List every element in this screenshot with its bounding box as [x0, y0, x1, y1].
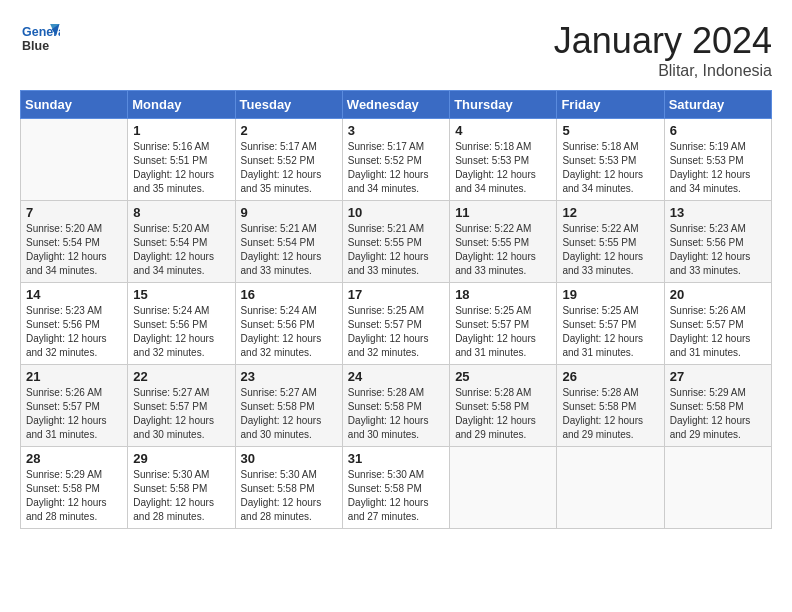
cell-info: Sunrise: 5:25 AM Sunset: 5:57 PM Dayligh…	[562, 304, 658, 360]
calendar-cell: 5Sunrise: 5:18 AM Sunset: 5:53 PM Daylig…	[557, 119, 664, 201]
cell-info: Sunrise: 5:20 AM Sunset: 5:54 PM Dayligh…	[26, 222, 122, 278]
day-number: 13	[670, 205, 766, 220]
calendar-cell: 28Sunrise: 5:29 AM Sunset: 5:58 PM Dayli…	[21, 447, 128, 529]
calendar-cell: 8Sunrise: 5:20 AM Sunset: 5:54 PM Daylig…	[128, 201, 235, 283]
day-number: 28	[26, 451, 122, 466]
cell-info: Sunrise: 5:27 AM Sunset: 5:57 PM Dayligh…	[133, 386, 229, 442]
calendar-cell: 25Sunrise: 5:28 AM Sunset: 5:58 PM Dayli…	[450, 365, 557, 447]
calendar-cell: 16Sunrise: 5:24 AM Sunset: 5:56 PM Dayli…	[235, 283, 342, 365]
cell-info: Sunrise: 5:21 AM Sunset: 5:55 PM Dayligh…	[348, 222, 444, 278]
cell-info: Sunrise: 5:23 AM Sunset: 5:56 PM Dayligh…	[26, 304, 122, 360]
cell-info: Sunrise: 5:17 AM Sunset: 5:52 PM Dayligh…	[348, 140, 444, 196]
cell-info: Sunrise: 5:30 AM Sunset: 5:58 PM Dayligh…	[133, 468, 229, 524]
day-number: 7	[26, 205, 122, 220]
logo: General Blue	[20, 20, 60, 55]
calendar-cell: 13Sunrise: 5:23 AM Sunset: 5:56 PM Dayli…	[664, 201, 771, 283]
cell-info: Sunrise: 5:19 AM Sunset: 5:53 PM Dayligh…	[670, 140, 766, 196]
cell-info: Sunrise: 5:28 AM Sunset: 5:58 PM Dayligh…	[455, 386, 551, 442]
cell-info: Sunrise: 5:29 AM Sunset: 5:58 PM Dayligh…	[670, 386, 766, 442]
day-number: 19	[562, 287, 658, 302]
calendar-cell: 17Sunrise: 5:25 AM Sunset: 5:57 PM Dayli…	[342, 283, 449, 365]
location: Blitar, Indonesia	[554, 62, 772, 80]
day-number: 3	[348, 123, 444, 138]
calendar-cell: 26Sunrise: 5:28 AM Sunset: 5:58 PM Dayli…	[557, 365, 664, 447]
day-number: 25	[455, 369, 551, 384]
cell-info: Sunrise: 5:16 AM Sunset: 5:51 PM Dayligh…	[133, 140, 229, 196]
day-number: 21	[26, 369, 122, 384]
month-title: January 2024	[554, 20, 772, 62]
calendar-cell: 3Sunrise: 5:17 AM Sunset: 5:52 PM Daylig…	[342, 119, 449, 201]
calendar-cell: 9Sunrise: 5:21 AM Sunset: 5:54 PM Daylig…	[235, 201, 342, 283]
day-number: 10	[348, 205, 444, 220]
day-number: 20	[670, 287, 766, 302]
day-number: 5	[562, 123, 658, 138]
calendar-cell: 31Sunrise: 5:30 AM Sunset: 5:58 PM Dayli…	[342, 447, 449, 529]
logo-icon: General Blue	[20, 20, 60, 55]
calendar-cell: 11Sunrise: 5:22 AM Sunset: 5:55 PM Dayli…	[450, 201, 557, 283]
page-header: General Blue January 2024 Blitar, Indone…	[20, 20, 772, 80]
calendar-cell	[664, 447, 771, 529]
calendar-cell: 19Sunrise: 5:25 AM Sunset: 5:57 PM Dayli…	[557, 283, 664, 365]
calendar-cell: 14Sunrise: 5:23 AM Sunset: 5:56 PM Dayli…	[21, 283, 128, 365]
day-number: 16	[241, 287, 337, 302]
cell-info: Sunrise: 5:21 AM Sunset: 5:54 PM Dayligh…	[241, 222, 337, 278]
day-number: 2	[241, 123, 337, 138]
cell-info: Sunrise: 5:20 AM Sunset: 5:54 PM Dayligh…	[133, 222, 229, 278]
calendar-cell: 30Sunrise: 5:30 AM Sunset: 5:58 PM Dayli…	[235, 447, 342, 529]
cell-info: Sunrise: 5:23 AM Sunset: 5:56 PM Dayligh…	[670, 222, 766, 278]
calendar-cell: 22Sunrise: 5:27 AM Sunset: 5:57 PM Dayli…	[128, 365, 235, 447]
calendar-cell	[21, 119, 128, 201]
calendar-cell: 27Sunrise: 5:29 AM Sunset: 5:58 PM Dayli…	[664, 365, 771, 447]
day-number: 14	[26, 287, 122, 302]
title-block: January 2024 Blitar, Indonesia	[554, 20, 772, 80]
cell-info: Sunrise: 5:26 AM Sunset: 5:57 PM Dayligh…	[670, 304, 766, 360]
day-number: 12	[562, 205, 658, 220]
calendar-cell: 21Sunrise: 5:26 AM Sunset: 5:57 PM Dayli…	[21, 365, 128, 447]
cell-info: Sunrise: 5:24 AM Sunset: 5:56 PM Dayligh…	[133, 304, 229, 360]
cell-info: Sunrise: 5:29 AM Sunset: 5:58 PM Dayligh…	[26, 468, 122, 524]
weekday-header: Monday	[128, 91, 235, 119]
calendar-cell: 10Sunrise: 5:21 AM Sunset: 5:55 PM Dayli…	[342, 201, 449, 283]
cell-info: Sunrise: 5:22 AM Sunset: 5:55 PM Dayligh…	[562, 222, 658, 278]
calendar-cell: 2Sunrise: 5:17 AM Sunset: 5:52 PM Daylig…	[235, 119, 342, 201]
cell-info: Sunrise: 5:26 AM Sunset: 5:57 PM Dayligh…	[26, 386, 122, 442]
day-number: 17	[348, 287, 444, 302]
calendar-cell	[450, 447, 557, 529]
weekday-header: Sunday	[21, 91, 128, 119]
day-number: 31	[348, 451, 444, 466]
weekday-header: Saturday	[664, 91, 771, 119]
calendar-cell: 20Sunrise: 5:26 AM Sunset: 5:57 PM Dayli…	[664, 283, 771, 365]
cell-info: Sunrise: 5:30 AM Sunset: 5:58 PM Dayligh…	[241, 468, 337, 524]
calendar-cell: 7Sunrise: 5:20 AM Sunset: 5:54 PM Daylig…	[21, 201, 128, 283]
cell-info: Sunrise: 5:25 AM Sunset: 5:57 PM Dayligh…	[348, 304, 444, 360]
calendar-cell: 29Sunrise: 5:30 AM Sunset: 5:58 PM Dayli…	[128, 447, 235, 529]
day-number: 24	[348, 369, 444, 384]
calendar-cell: 18Sunrise: 5:25 AM Sunset: 5:57 PM Dayli…	[450, 283, 557, 365]
calendar-table: SundayMondayTuesdayWednesdayThursdayFrid…	[20, 90, 772, 529]
day-number: 15	[133, 287, 229, 302]
svg-text:Blue: Blue	[22, 39, 49, 53]
day-number: 23	[241, 369, 337, 384]
day-number: 27	[670, 369, 766, 384]
calendar-cell: 24Sunrise: 5:28 AM Sunset: 5:58 PM Dayli…	[342, 365, 449, 447]
calendar-cell	[557, 447, 664, 529]
cell-info: Sunrise: 5:18 AM Sunset: 5:53 PM Dayligh…	[455, 140, 551, 196]
day-number: 26	[562, 369, 658, 384]
day-number: 8	[133, 205, 229, 220]
day-number: 6	[670, 123, 766, 138]
cell-info: Sunrise: 5:18 AM Sunset: 5:53 PM Dayligh…	[562, 140, 658, 196]
day-number: 22	[133, 369, 229, 384]
cell-info: Sunrise: 5:25 AM Sunset: 5:57 PM Dayligh…	[455, 304, 551, 360]
day-number: 9	[241, 205, 337, 220]
weekday-header: Friday	[557, 91, 664, 119]
day-number: 29	[133, 451, 229, 466]
calendar-cell: 4Sunrise: 5:18 AM Sunset: 5:53 PM Daylig…	[450, 119, 557, 201]
day-number: 30	[241, 451, 337, 466]
day-number: 1	[133, 123, 229, 138]
calendar-cell: 12Sunrise: 5:22 AM Sunset: 5:55 PM Dayli…	[557, 201, 664, 283]
cell-info: Sunrise: 5:27 AM Sunset: 5:58 PM Dayligh…	[241, 386, 337, 442]
weekday-header: Wednesday	[342, 91, 449, 119]
day-number: 11	[455, 205, 551, 220]
calendar-cell: 6Sunrise: 5:19 AM Sunset: 5:53 PM Daylig…	[664, 119, 771, 201]
calendar-cell: 23Sunrise: 5:27 AM Sunset: 5:58 PM Dayli…	[235, 365, 342, 447]
